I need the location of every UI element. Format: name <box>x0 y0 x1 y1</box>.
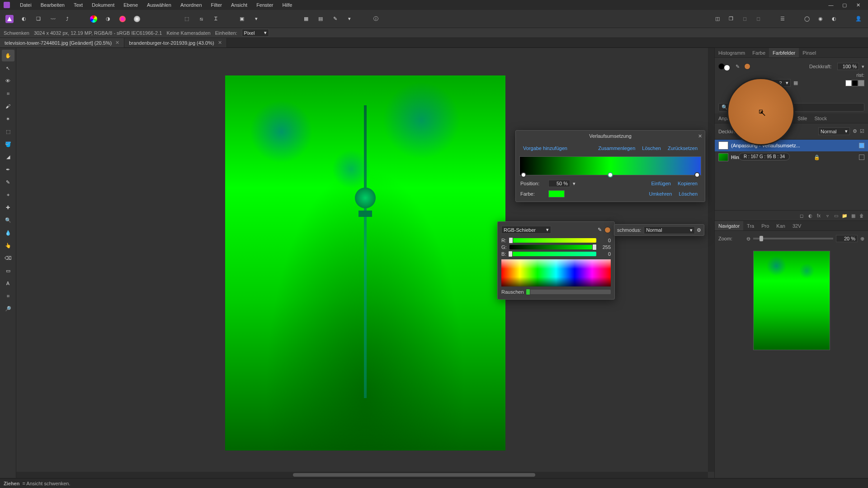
menu-hilfe[interactable]: Hilfe <box>278 0 297 9</box>
share-icon[interactable]: ⤴ <box>61 13 73 25</box>
lock-icon[interactable]: 🔒 <box>814 155 820 160</box>
menu-auswaehlen[interactable]: Auswählen <box>142 0 176 9</box>
zoom-field[interactable]: 20 % <box>836 235 858 242</box>
chevron-down-icon[interactable]: ▾ <box>862 64 864 70</box>
text-cursor-icon[interactable]: Ꮖ <box>210 13 222 25</box>
clone-tool[interactable]: ⌖ <box>2 189 14 201</box>
adjust-icon[interactable]: ◐ <box>807 212 814 219</box>
layer-visible-checkbox[interactable] <box>859 143 864 148</box>
navigator-preview[interactable] <box>715 246 868 355</box>
close-icon[interactable]: ✕ <box>698 133 702 139</box>
gradient-stop-left[interactable] <box>521 172 526 178</box>
tab-stile[interactable]: Stile <box>794 113 811 123</box>
window-minimize-button[interactable]: — <box>825 1 837 9</box>
eyedropper-icon[interactable]: ✎ <box>598 227 602 233</box>
heal-tool[interactable]: ✚ <box>2 202 14 213</box>
pen-tool[interactable]: ✒ <box>2 164 14 175</box>
flood-tool[interactable]: 🪣 <box>2 138 14 150</box>
blend-mode-dropdown[interactable]: Normal▾ <box>818 127 850 135</box>
menu-bearbeiten[interactable]: Bearbeiten <box>36 0 69 9</box>
grid-view-icon[interactable]: ▦ <box>793 80 798 86</box>
checkbox-icon[interactable]: ☑ <box>860 128 864 134</box>
tab-kan[interactable]: Kan <box>773 221 789 230</box>
info-icon[interactable]: ⓘ <box>370 13 382 25</box>
circle3-icon[interactable]: ◐ <box>828 13 840 25</box>
hand-tool[interactable]: ✋ <box>2 50 14 61</box>
crop-tool[interactable]: ⌗ <box>2 88 14 99</box>
tab-farbe[interactable]: Farbe <box>749 48 769 57</box>
fg-bg-colors[interactable] <box>718 62 730 71</box>
tab-pinsel[interactable]: Pinsel <box>799 48 820 57</box>
text-tool[interactable]: A <box>2 277 14 289</box>
hue-icon[interactable] <box>117 13 128 25</box>
menu-anordnen[interactable]: Anordnen <box>176 0 207 9</box>
close-icon[interactable]: ✕ <box>218 40 222 46</box>
menu-ansicht[interactable]: Ansicht <box>226 0 252 9</box>
layer-add-icon[interactable]: ◫ <box>712 13 723 25</box>
menu-datei[interactable]: Datei <box>15 0 36 9</box>
menu-ebene[interactable]: Ebene <box>119 0 142 9</box>
gear-icon[interactable]: ⚙ <box>697 227 701 233</box>
layer-adjustment[interactable]: (Anpassung - Verlaufsumsetz... <box>715 140 868 151</box>
tab-farbfelder[interactable]: Farbfelder <box>769 48 799 57</box>
crop-icon[interactable]: ▣ <box>236 13 248 25</box>
soft-icon[interactable] <box>131 13 143 25</box>
mesh-tool[interactable]: ⌗ <box>2 290 14 302</box>
picker-mode-dropdown[interactable]: RGB-Schieber▾ <box>501 226 551 234</box>
dialog-titlebar[interactable]: Verlaufsumsetzung ✕ <box>516 131 705 141</box>
swatch-black[interactable] <box>852 80 858 86</box>
selection-tool[interactable]: ✶ <box>2 113 14 125</box>
tab-histogramm[interactable]: Histogramm <box>715 48 749 57</box>
tab-32v[interactable]: 32V <box>789 221 805 230</box>
swatch-grey[interactable] <box>858 80 864 86</box>
group-icon[interactable]: ▭ <box>832 212 840 219</box>
menu-dokument[interactable]: Dokument <box>87 0 119 9</box>
g-value[interactable]: 255 <box>599 244 611 250</box>
app-logo-button[interactable] <box>4 13 15 25</box>
view-tool[interactable]: 👁 <box>2 75 14 87</box>
menu-fenster[interactable]: Fenster <box>252 0 278 9</box>
menu-filter[interactable]: Filter <box>207 0 226 9</box>
marquee-icon[interactable]: ⬚ <box>181 13 193 25</box>
b-slider[interactable]: B: 0 <box>501 251 611 257</box>
opacity-field[interactable]: 100 % <box>837 63 859 70</box>
layer-dup-icon[interactable]: ❐ <box>725 13 737 25</box>
contrast-icon[interactable]: ◑ <box>102 13 114 25</box>
shape-tool[interactable]: ▭ <box>2 265 14 277</box>
window-close-button[interactable]: ✕ <box>852 1 864 9</box>
color-swatch[interactable] <box>548 190 565 197</box>
eyedropper-icon[interactable]: ✎ <box>736 64 740 70</box>
gradient-stop-mid[interactable] <box>608 172 613 178</box>
picker-current-color[interactable] <box>604 227 611 233</box>
g-slider[interactable]: G: 255 <box>501 244 611 250</box>
layer-background[interactable]: Hintergrund (Pixel) 🔒 <box>715 151 868 163</box>
gradient-stop-right[interactable] <box>694 172 700 178</box>
eraser-tool[interactable]: ⌫ <box>2 252 14 264</box>
copy-button[interactable]: Kopieren <box>675 180 700 187</box>
delete-button[interactable]: Löschen <box>639 145 664 152</box>
horizontal-scrollbar[interactable] <box>16 472 708 478</box>
tab-tra[interactable]: Tra <box>743 221 758 230</box>
add-preset-button[interactable]: Vorgabe hinzufügen <box>520 145 570 152</box>
document-canvas[interactable] <box>225 75 505 450</box>
reset-button[interactable]: Zurücksetzen <box>665 145 700 152</box>
vertical-scrollbar[interactable] <box>708 48 714 472</box>
tab-brandenburger[interactable]: brandenburger-tor-201939.jpg (43.0%) ✕ <box>124 38 226 47</box>
insert-button[interactable]: Einfügen <box>648 180 673 187</box>
spectrum-picker[interactable] <box>501 259 611 286</box>
blend-strip-dropdown[interactable]: Normal▾ <box>644 226 695 234</box>
window-maximize-button[interactable]: ▢ <box>838 1 851 9</box>
circle2-icon[interactable]: ◉ <box>815 13 826 25</box>
layer-y-icon[interactable]: ◻ <box>752 13 764 25</box>
smudge-tool[interactable]: 👆 <box>2 239 14 251</box>
zoom-slider[interactable] <box>753 238 833 239</box>
tab-television-tower[interactable]: television-tower-7244801.jpg [Geändert] … <box>0 38 124 47</box>
wand-icon[interactable]: ✎ <box>329 13 341 25</box>
folder-icon[interactable]: 📁 <box>841 212 848 219</box>
chevron-down-icon[interactable]: ▾ <box>344 13 355 25</box>
gear-icon[interactable]: ⚙ <box>853 128 857 134</box>
noise-slider[interactable]: Rauschen <box>501 289 611 295</box>
layer-x-icon[interactable]: ◻ <box>739 13 750 25</box>
b-value[interactable]: 0 <box>599 251 611 257</box>
menu-text[interactable]: Text <box>69 0 87 9</box>
